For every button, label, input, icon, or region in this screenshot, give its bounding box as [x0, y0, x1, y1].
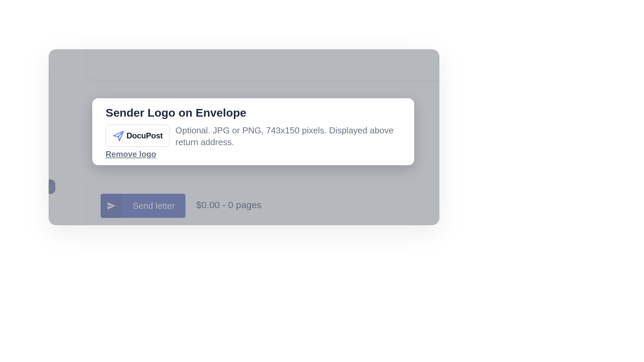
logo-hint-text: Optional. JPG or PNG, 743x150 pixels. Di…: [175, 125, 401, 148]
remove-logo-link[interactable]: Remove logo: [106, 149, 169, 159]
form-viewport: United States Save to address book Send …: [49, 49, 439, 225]
paper-plane-icon: [101, 194, 122, 218]
side-handle[interactable]: [49, 179, 55, 194]
send-letter-button-label: Send letter: [122, 201, 185, 211]
send-letter-button[interactable]: Send letter: [101, 194, 185, 218]
sender-logo-title: Sender Logo on Envelope: [106, 106, 401, 119]
address-card: United States Save to address book: [87, 49, 439, 79]
logo-preview[interactable]: DocuPost: [106, 125, 169, 147]
sender-logo-row: DocuPost Remove logo Optional. JPG or PN…: [106, 125, 401, 159]
sender-logo-card: Sender Logo on Envelope: [92, 98, 414, 165]
action-card: Send letter $0.00 - 0 pages: [87, 182, 439, 225]
paper-plane-brand-icon: [112, 130, 124, 142]
logo-brand-text: DocuPost: [126, 131, 163, 140]
price-summary: $0.00 - 0 pages: [196, 200, 262, 210]
